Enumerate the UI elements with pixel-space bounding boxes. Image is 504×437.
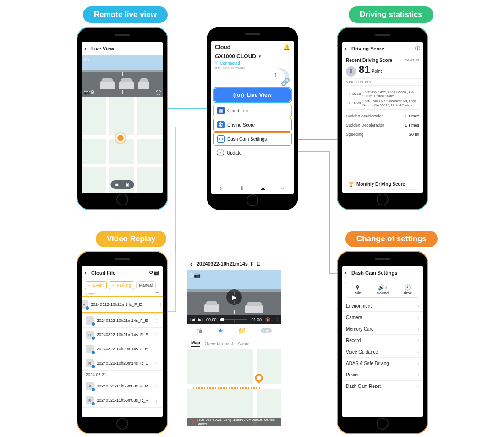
nav-cloud-icon[interactable]: ☁ [260, 185, 265, 192]
replay-video[interactable]: ⟳📷 ▶ I◀ ▶I 00:00 01:00 🔇 ⛶ [187, 270, 281, 324]
trip-distance: 5 mi [346, 80, 353, 84]
settings-row[interactable]: Memory Card› [342, 323, 423, 335]
more-icon[interactable]: ⋮ [154, 361, 159, 366]
file-row[interactable]: R20240322-10h20m14s_R_E⋮ [82, 356, 163, 371]
back-icon[interactable]: ‹ [345, 45, 351, 52]
tab-about[interactable]: About [238, 341, 250, 346]
monthly-score-button[interactable]: 🏆 Monthly Driving Score › [345, 178, 420, 190]
menu-dashcam-settings[interactable]: ⚙ Dash Cam Settings [213, 132, 292, 146]
trip-summary[interactable]: 5 mi 00:10:15 › [342, 78, 423, 86]
more-icon[interactable]: ⋮ [154, 332, 159, 337]
bell-icon[interactable]: 🔔 [283, 44, 290, 50]
replay-map[interactable]: 📍 2625 Josie Ave, Long Beach , CA 90815,… [187, 349, 281, 426]
location-marker-icon [116, 133, 125, 143]
file-row[interactable]: R20240322-10h21m14s_R_E⋮ [82, 328, 163, 342]
phone-cloud: Cloud 🔔 GX1000 CLOUD ▼ ⦾ Connected It is… [207, 27, 298, 210]
file-name: 20240322-10h21m14s_R_E [97, 332, 148, 337]
settings-row[interactable]: Power› [342, 369, 423, 381]
help-icon[interactable]: ⓘ [415, 45, 420, 52]
tag-icon[interactable]: my [261, 328, 272, 333]
device-selector[interactable]: GX1000 CLOUD ▼ [211, 53, 294, 60]
stat-speeding-val: 20 mi [409, 132, 419, 137]
folder-icon[interactable]: 📁 [238, 327, 246, 334]
more-icon[interactable]: ⋮ [154, 398, 159, 403]
filter-parking[interactable]: ✓Parking [109, 281, 134, 289]
camera-switch-icon[interactable]: ⟳📷 [149, 270, 160, 276]
sound-icon: 🔊3 [370, 284, 394, 291]
pill-remote-live-view: Remote live view [83, 6, 168, 23]
volume-icon[interactable]: 🔇 [265, 317, 270, 322]
tab-map[interactable]: Map [191, 340, 200, 347]
file-thumb: R [86, 396, 94, 404]
settings-row-label: Voice Guidance [346, 349, 378, 354]
fullscreen-icon[interactable]: ⛶ [274, 317, 278, 322]
settings-row[interactable]: Dash Cam Reset› [342, 381, 423, 392]
live-view-video[interactable]: ⧉ ▸ 📷⚙ ⛶ [82, 55, 163, 97]
file-row[interactable]: F20240322-10h21m14s_F_E⋮ [82, 296, 163, 313]
more-icon[interactable]: ⋮ [159, 302, 163, 307]
filter-event[interactable]: ✓Event [85, 281, 107, 289]
back-icon[interactable]: ‹ [85, 269, 91, 276]
check-icon: ✓ [88, 283, 92, 288]
settings-row-label: Environment [346, 304, 372, 309]
more-icon[interactable]: ⋮ [154, 318, 159, 323]
cloud-file-header: ‹ Cloud File ⟳📷 [82, 266, 163, 279]
panel-replay: ‹ 20240322-10h21m14s_F_E ⟳📷 ▶ I◀ ▶I 00:0… [187, 257, 281, 426]
menu-update-label: Update [227, 150, 241, 155]
file-row[interactable]: F20240321-11h56m08s_F_P⋮ [82, 379, 163, 393]
menu-cloud-file-label: Cloud File [227, 108, 248, 113]
settings-row[interactable]: Voice Guidance› [342, 346, 423, 358]
delete-icon[interactable]: 🗑 [197, 327, 203, 334]
bottom-nav: ᯤ ⬇ ☁ ⋯ [211, 183, 294, 194]
back-icon[interactable]: ‹ [190, 260, 197, 267]
recent-score-label: Recent Driving Score [346, 58, 392, 63]
file-row[interactable]: R20240321-11h56m08s_R_P⋮ [82, 393, 163, 408]
settings-row[interactable]: Environment› [342, 300, 423, 312]
back-icon[interactable]: ‹ [345, 269, 351, 276]
filter-manual[interactable]: Manual [136, 281, 156, 289]
menu-settings-label: Dash Cam Settings [227, 137, 267, 142]
camera-switch-icon[interactable]: ⟳📷 [189, 272, 201, 278]
phone-cloud-file: ‹ Cloud File ⟳📷 ✓Event ✓Parking Manual L… [77, 251, 168, 434]
live-view-map[interactable]: ■₍ ◉ [82, 97, 163, 193]
prev-icon[interactable]: I◀ [190, 317, 195, 322]
play-button[interactable]: ▶ [226, 289, 242, 305]
connected-label: Connected [220, 61, 240, 66]
grade-badge: B [346, 66, 356, 77]
seek-bar[interactable] [220, 319, 248, 320]
record-icon[interactable]: ■₍ [115, 182, 119, 187]
trip-start-time: 10:18 [352, 92, 361, 96]
nav-download-icon[interactable]: ⬇ [240, 185, 244, 192]
camera-settings-icon[interactable]: 📷⚙ [84, 89, 95, 95]
settings-row[interactable]: ADAS & Safe Driving› [342, 358, 423, 369]
camera-toggle-icon[interactable]: ⧉ ▸ [84, 57, 90, 62]
phone-driving-score: ‹ Driving Score ⓘ Recent Driving Score 2… [337, 27, 428, 210]
capture-icon[interactable]: ◉ [126, 182, 130, 187]
seg-mic[interactable]: 🎙 Mic [345, 282, 370, 297]
list-sort-icon[interactable]: ≣ [156, 292, 159, 296]
menu-cloud-file[interactable]: ▦ Cloud File [213, 104, 292, 117]
menu-update[interactable]: ↑ Update [213, 146, 292, 159]
settings-row[interactable]: Record› [342, 335, 423, 346]
seg-time[interactable]: 🕘 Time [395, 282, 420, 297]
menu-driving-score[interactable]: ◔ Driving Score [213, 118, 292, 132]
file-row[interactable]: F20240322-10h20m14s_F_E⋮ [82, 342, 163, 356]
start-pin-icon: ○ [348, 92, 351, 96]
seg-sound[interactable]: 🔊3 Sound [370, 282, 394, 297]
wifi-icon: ⦾ [215, 61, 218, 66]
play-icon[interactable]: ▶I [198, 317, 203, 322]
settings-title: Dash Cam Settings [351, 270, 397, 276]
more-icon[interactable]: ⋮ [154, 347, 159, 352]
tab-speed[interactable]: Speed/Impact [205, 341, 233, 346]
more-icon[interactable]: ⋮ [154, 384, 159, 389]
quick-settings: 🎙 Mic 🔊3 Sound 🕘 Time [345, 282, 420, 298]
nav-wifi-icon[interactable]: ᯤ [219, 185, 225, 192]
file-row[interactable]: F20240322-10h21m14s_F_E⋮ [82, 314, 163, 328]
live-view-button[interactable]: ((o)) Live View [214, 88, 291, 102]
fullscreen-icon[interactable]: ⛶ [156, 90, 161, 95]
back-icon[interactable]: ‹ [85, 45, 91, 52]
nav-more-icon[interactable]: ⋯ [280, 185, 286, 192]
star-icon[interactable]: ★ [218, 327, 224, 334]
settings-row[interactable]: Camera› [342, 312, 423, 323]
time-current: 00:00 [206, 317, 217, 322]
